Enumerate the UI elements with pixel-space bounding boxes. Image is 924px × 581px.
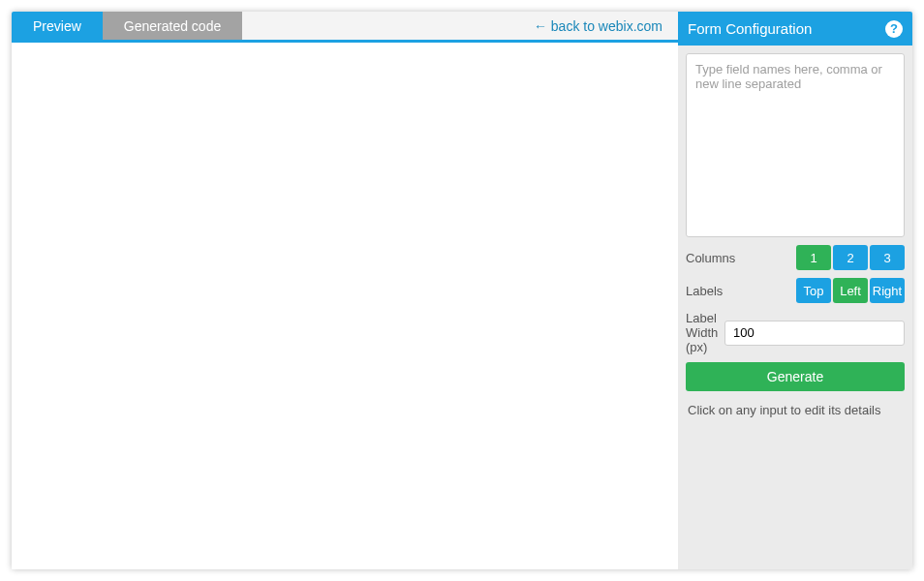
label-width-label: Label Width (px) [686,311,719,354]
labels-option-top[interactable]: Top [796,278,831,303]
tabbar: Preview Generated code ← back to webix.c… [12,12,678,43]
columns-option-2[interactable]: 2 [833,245,868,270]
panel-body: Columns 1 2 3 Labels Top Left Right Labe… [678,46,912,425]
columns-option-1[interactable]: 1 [796,245,831,270]
labels-option-left[interactable]: Left [833,278,868,303]
tab-preview[interactable]: Preview [12,12,103,40]
app-root: Preview Generated code ← back to webix.c… [12,12,912,569]
tab-generated-code[interactable]: Generated code [103,12,242,40]
labels-row: Labels Top Left Right [686,278,905,303]
field-names-input[interactable] [686,53,905,237]
columns-segmented: 1 2 3 [796,245,905,270]
labels-option-right[interactable]: Right [870,278,905,303]
label-width-row: Label Width (px) [686,311,905,354]
back-link[interactable]: ← back to webix.com [518,12,678,40]
panel-header: Form Configuration ? [678,12,912,46]
columns-option-3[interactable]: 3 [870,245,905,270]
generate-button[interactable]: Generate [686,362,905,391]
help-icon[interactable]: ? [885,20,903,38]
labels-label: Labels [686,284,790,298]
tabbar-spacer [242,12,518,40]
preview-area [12,43,678,569]
left-pane: Preview Generated code ← back to webix.c… [12,12,678,569]
panel-title: Form Configuration [688,20,812,37]
labels-segmented: Top Left Right [796,278,905,303]
label-width-input[interactable] [724,321,905,346]
config-panel: Form Configuration ? Columns 1 2 3 Label… [678,12,912,569]
hint-text: Click on any input to edit its details [686,399,905,417]
columns-label: Columns [686,251,790,265]
columns-row: Columns 1 2 3 [686,245,905,270]
